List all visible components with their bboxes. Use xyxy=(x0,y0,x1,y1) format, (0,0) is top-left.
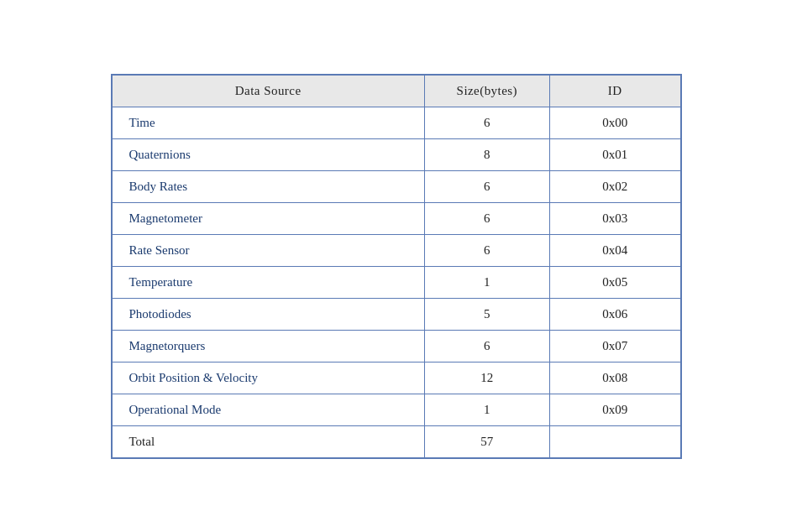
header-size: Size(bytes) xyxy=(424,75,549,107)
header-source: Data Source xyxy=(112,75,424,107)
cell-source: Quaternions xyxy=(112,138,424,170)
table-row: Body Rates60x02 xyxy=(112,170,680,202)
table-row: Photodiodes50x06 xyxy=(112,298,680,330)
table-row: Total57 xyxy=(112,425,680,457)
cell-source: Total xyxy=(112,425,424,457)
cell-source: Orbit Position & Velocity xyxy=(112,362,424,394)
cell-id: 0x09 xyxy=(549,394,680,425)
cell-size: 6 xyxy=(424,234,549,266)
cell-size: 8 xyxy=(424,138,549,170)
cell-source: Rate Sensor xyxy=(112,234,424,266)
cell-source: Temperature xyxy=(112,266,424,298)
cell-source: Body Rates xyxy=(112,170,424,202)
table-row: Operational Mode10x09 xyxy=(112,394,680,425)
cell-size: 12 xyxy=(424,362,549,394)
table-row: Orbit Position & Velocity120x08 xyxy=(112,362,680,394)
cell-id: 0x05 xyxy=(549,266,680,298)
table-header-row: Data Source Size(bytes) ID xyxy=(112,75,680,107)
table-row: Magnetometer60x03 xyxy=(112,202,680,234)
cell-source: Photodiodes xyxy=(112,298,424,330)
cell-size: 57 xyxy=(424,425,549,457)
cell-source: Magnetometer xyxy=(112,202,424,234)
cell-source: Time xyxy=(112,107,424,138)
table-row: Rate Sensor60x04 xyxy=(112,234,680,266)
cell-id: 0x07 xyxy=(549,330,680,362)
cell-size: 1 xyxy=(424,394,549,425)
table-row: Quaternions80x01 xyxy=(112,138,680,170)
cell-id: 0x06 xyxy=(549,298,680,330)
cell-source: Magnetorquers xyxy=(112,330,424,362)
cell-id: 0x08 xyxy=(549,362,680,394)
header-id: ID xyxy=(549,75,680,107)
cell-size: 6 xyxy=(424,170,549,202)
cell-size: 6 xyxy=(424,107,549,138)
cell-id: 0x01 xyxy=(549,138,680,170)
cell-size: 6 xyxy=(424,202,549,234)
cell-size: 5 xyxy=(424,298,549,330)
cell-size: 6 xyxy=(424,330,549,362)
data-table: Data Source Size(bytes) ID Time60x00Quat… xyxy=(111,74,682,459)
table-row: Temperature10x05 xyxy=(112,266,680,298)
cell-id: 0x00 xyxy=(549,107,680,138)
cell-id: 0x04 xyxy=(549,234,680,266)
cell-size: 1 xyxy=(424,266,549,298)
cell-source: Operational Mode xyxy=(112,394,424,425)
table-row: Time60x00 xyxy=(112,107,680,138)
table-row: Magnetorquers60x07 xyxy=(112,330,680,362)
cell-id: 0x03 xyxy=(549,202,680,234)
cell-id xyxy=(549,425,680,457)
cell-id: 0x02 xyxy=(549,170,680,202)
